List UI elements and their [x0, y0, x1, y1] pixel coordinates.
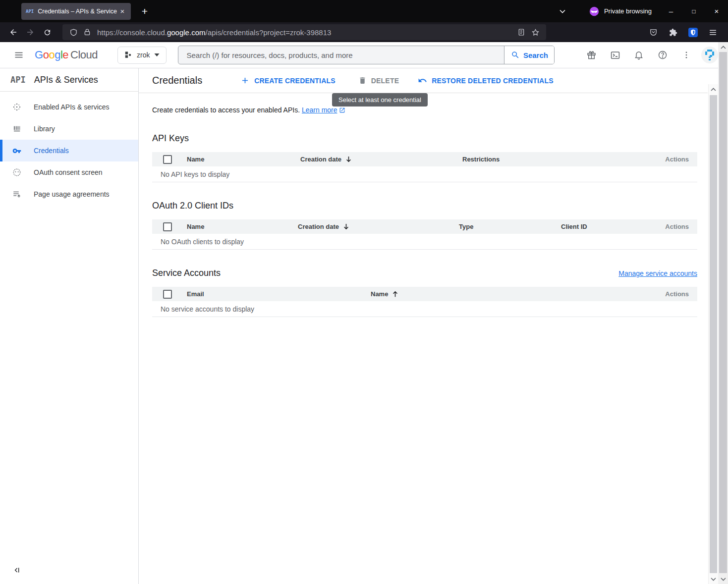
- pocket-icon[interactable]: [645, 24, 662, 40]
- search-button-label: Search: [523, 51, 548, 59]
- oauth-clients-title: OAuth 2.0 Client IDs: [152, 201, 708, 211]
- password-manager-shield-icon[interactable]: [684, 24, 701, 40]
- page-title: Credentials: [152, 75, 202, 86]
- scrollbar-thumb[interactable]: [719, 52, 727, 573]
- search-input[interactable]: [178, 46, 504, 64]
- scroll-up-icon[interactable]: [709, 84, 718, 94]
- scroll-down-icon[interactable]: [718, 574, 728, 584]
- browser-tab[interactable]: API Credentials – APIs & Services – z ×: [21, 3, 131, 20]
- sidebar-item-label: Page usage agreements: [34, 190, 110, 198]
- scrollbar-thumb[interactable]: [710, 95, 717, 573]
- api-keys-table: Name Creation date Restrictions Actions …: [152, 152, 697, 182]
- back-button[interactable]: [5, 24, 22, 40]
- project-selector[interactable]: zrok: [117, 47, 167, 64]
- column-header-creation-date[interactable]: Creation date: [300, 156, 462, 163]
- sort-descending-icon: [345, 156, 352, 163]
- oauth-clients-table: Name Creation date Type Client ID Action…: [152, 219, 697, 250]
- column-header-creation-date[interactable]: Creation date: [298, 223, 459, 230]
- intro-text: Create credentials to access your enable…: [152, 106, 708, 115]
- tab-favicon-api-icon: API: [26, 9, 34, 14]
- bookmark-star-icon[interactable]: [528, 26, 542, 39]
- tracking-protection-shield-icon[interactable]: [66, 26, 80, 39]
- private-browsing-label: Private browsing: [604, 7, 652, 15]
- sidebar-item-label: OAuth consent screen: [34, 168, 103, 176]
- global-search-bar: Search: [178, 46, 555, 64]
- window-maximize-button[interactable]: □: [682, 0, 705, 22]
- help-icon[interactable]: [651, 43, 674, 67]
- free-trial-gift-icon[interactable]: [579, 43, 603, 67]
- sidebar-header: API APIs & Services: [0, 68, 138, 92]
- forward-button[interactable]: [22, 24, 39, 40]
- extensions-puzzle-icon[interactable]: [665, 24, 681, 40]
- column-header-client-id[interactable]: Client ID: [561, 223, 650, 230]
- menu-hamburger-icon[interactable]: [704, 24, 721, 40]
- window-close-button[interactable]: ×: [705, 0, 728, 22]
- select-all-checkbox[interactable]: [163, 155, 172, 164]
- account-avatar[interactable]: [701, 47, 718, 63]
- search-button[interactable]: Search: [504, 46, 554, 64]
- library-icon: [12, 124, 21, 133]
- notifications-bell-icon[interactable]: [627, 43, 651, 67]
- url-domain: google.com: [167, 28, 206, 37]
- sidebar-item-library[interactable]: Library: [0, 118, 138, 140]
- private-mask-icon: [589, 6, 600, 17]
- browser-toolbar: https://console.cloud.google.com/apis/cr…: [0, 22, 728, 42]
- service-accounts-table: Email Name Actions No service accounts t…: [152, 287, 697, 317]
- sidebar: API APIs & Services Enabled APIs & servi…: [0, 68, 139, 584]
- url-bar[interactable]: https://console.cloud.google.com/apis/cr…: [62, 24, 546, 40]
- sidebar-item-oauth-consent[interactable]: OAuth consent screen: [0, 161, 138, 183]
- gcp-header: GoogleCloud zrok Search: [0, 42, 728, 68]
- url-text[interactable]: https://console.cloud.google.com/apis/cr…: [94, 28, 514, 37]
- sidebar-item-credentials[interactable]: Credentials: [0, 140, 138, 161]
- cloud-shell-terminal-icon[interactable]: [603, 43, 627, 67]
- column-header-email[interactable]: Email: [187, 290, 371, 298]
- lock-icon[interactable]: [80, 26, 94, 39]
- external-link-icon: [339, 107, 345, 115]
- service-accounts-title: Service Accounts: [152, 268, 221, 278]
- main-content: Credentials CREATE CREDENTIALS DELETE RE…: [139, 68, 708, 584]
- enabled-apis-icon: [12, 103, 21, 111]
- column-header-actions: Actions: [650, 223, 697, 230]
- content-scrollbar[interactable]: [708, 84, 718, 584]
- empty-row: No OAuth clients to display: [152, 234, 697, 250]
- sidebar-item-label: Credentials: [34, 147, 69, 155]
- page-scrollbar[interactable]: [718, 42, 728, 584]
- sidebar-item-page-usage-agreements[interactable]: Page usage agreements: [0, 183, 138, 205]
- new-tab-button[interactable]: +: [137, 4, 152, 19]
- learn-more-link[interactable]: Learn more: [302, 106, 337, 114]
- restore-deleted-credentials-button[interactable]: RESTORE DELETED CREDENTIALS: [413, 72, 559, 90]
- scroll-down-icon[interactable]: [709, 574, 718, 584]
- create-credentials-button[interactable]: CREATE CREDENTIALS: [235, 72, 340, 90]
- delete-button[interactable]: DELETE: [353, 72, 404, 90]
- manage-service-accounts-link[interactable]: Manage service accounts: [618, 269, 697, 277]
- tab-close-icon[interactable]: ×: [117, 6, 128, 17]
- column-header-type[interactable]: Type: [459, 223, 561, 230]
- undo-icon: [418, 76, 427, 85]
- column-header-restrictions[interactable]: Restrictions: [462, 156, 650, 163]
- sidebar-item-enabled-apis[interactable]: Enabled APIs & services: [0, 96, 138, 118]
- column-header-actions: Actions: [650, 290, 697, 298]
- project-name: zrok: [137, 51, 150, 59]
- scroll-up-icon[interactable]: [718, 42, 728, 52]
- list-tabs-chevron-icon[interactable]: [554, 8, 571, 15]
- reader-view-icon[interactable]: [514, 26, 528, 39]
- column-header-name[interactable]: Name: [371, 290, 650, 298]
- collapse-sidebar-icon[interactable]: [13, 566, 21, 576]
- gcp-nav-menu-icon[interactable]: [7, 43, 31, 67]
- window-minimize-button[interactable]: –: [660, 0, 682, 22]
- plus-icon: [240, 76, 250, 85]
- select-all-checkbox[interactable]: [163, 222, 172, 231]
- sidebar-title: APIs & Services: [34, 75, 98, 85]
- url-prefix: https://console.cloud.: [97, 28, 167, 37]
- sort-ascending-icon: [392, 290, 399, 298]
- reload-button[interactable]: [39, 24, 56, 40]
- column-header-name[interactable]: Name: [187, 156, 300, 163]
- sidebar-item-label: Library: [34, 125, 55, 133]
- select-all-checkbox[interactable]: [163, 290, 172, 299]
- google-cloud-logo[interactable]: GoogleCloud: [35, 49, 98, 61]
- more-options-dots-icon[interactable]: [674, 43, 698, 67]
- browser-tab-bar: API Credentials – APIs & Services – z × …: [0, 0, 728, 22]
- page-header: Credentials CREATE CREDENTIALS DELETE RE…: [139, 68, 708, 93]
- api-keys-title: API Keys: [152, 133, 708, 144]
- column-header-name[interactable]: Name: [187, 223, 298, 230]
